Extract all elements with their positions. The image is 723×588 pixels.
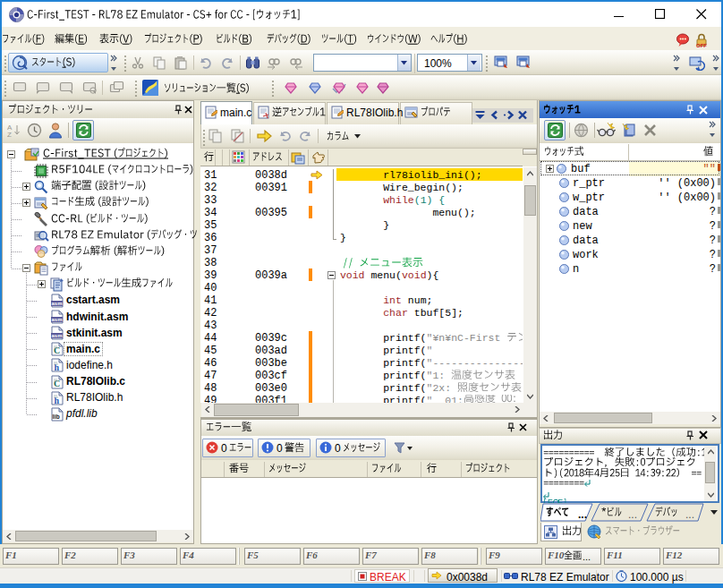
svg-text:C: C — [54, 379, 60, 388]
svg-text:h: h — [55, 395, 60, 405]
svg-text:C: C — [54, 345, 60, 355]
svg-text:asm: asm — [51, 333, 62, 338]
svg-text:asm: asm — [51, 301, 62, 306]
svg-text:lib: lib — [53, 413, 60, 420]
svg-text:OFF: OFF — [696, 43, 707, 48]
svg-text:Z: Z — [7, 131, 12, 138]
svg-text:h: h — [55, 362, 60, 372]
svg-text:asm: asm — [51, 317, 62, 322]
